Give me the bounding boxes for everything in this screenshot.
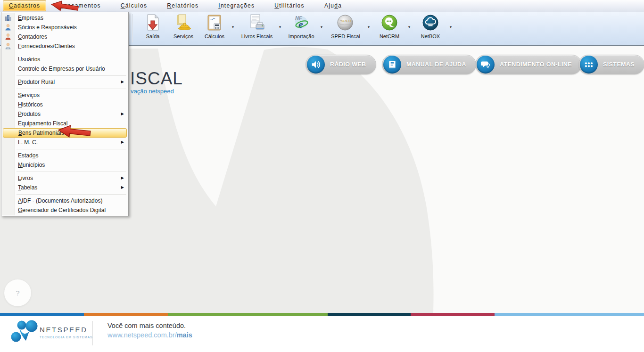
menu-item-controle-de-empresas-por-usuario[interactable]: Controle de Empresas por Usuário [2,64,128,74]
menu-item-label: Produtos [18,111,41,117]
book-icon [383,56,401,74]
menu-item-servicos[interactable]: Serviços [2,90,128,100]
menubar-item-calculos[interactable]: Cálculos [115,0,153,11]
menubar-item-relatorios[interactable]: Relatórios [161,0,205,11]
toolbar-dropdown-arrow-icon[interactable]: ▾ [277,12,283,45]
toolbar-button-servicos[interactable]: Serviços [168,12,199,45]
toolbar-button-label: Importação [288,33,314,39]
menubar-item-ajuda[interactable]: Ajuda [318,0,348,11]
cadastros-dropdown-menu: EmpresasSócios e ResponsáveisContadoresF… [1,12,129,216]
submenu-arrow-icon: ▶ [121,112,124,116]
toolbar-button-calculos[interactable]: Cálculos [199,12,230,45]
speaker-icon [307,56,325,74]
help-bubble-label: ? [16,289,19,297]
quick-button-label: RÁDIO WEB [330,61,366,68]
buildings-icon [4,14,12,22]
toolbar-button-saida[interactable]: Saída [138,12,168,45]
netcrm-chat-icon [380,13,399,33]
fiscal-logo-text: ISCAL [130,69,183,89]
stripe-segment-5 [411,313,495,316]
menu-separator [17,51,128,55]
menu-item-socios-e-responsaveis[interactable]: Sócios e Responsáveis [2,23,128,32]
toolbar-button-label: Serviços [173,33,193,39]
menu-item-tabelas[interactable]: Tabelas▶ [2,183,128,192]
menu-item-livros[interactable]: Livros▶ [2,173,128,183]
svg-text:SPED: SPED [341,19,351,23]
toolbar-button-label: Cálculos [205,33,224,39]
partner-person-icon [4,24,12,31]
menubar-item-utilitarios[interactable]: Utilitários [268,0,311,11]
menu-item-estados[interactable]: Estados [2,151,128,160]
toolbar-dropdown-arrow-icon[interactable]: ▾ [230,12,236,45]
toolbar-dropdown-arrow-icon[interactable]: ▾ [448,12,454,45]
toolbar-button-netbox[interactable]: NetBOX [413,12,448,45]
quick-button-label: ATENDIMENTO ON-LINE [500,61,572,68]
quick-button-atendimento-on-line[interactable]: ATENDIMENTO ON-LINE [475,55,582,74]
stripe-segment-6 [495,313,644,316]
menu-item-produtor-rural[interactable]: Produtor Rural▶ [2,77,128,87]
sped-sphere-icon: SPED [336,13,355,33]
netspeed-brand-name: NETSPEED [40,326,93,334]
menu-item-label: Gerenciador de Certificados Digital [18,207,106,213]
menu-item-municipios[interactable]: Municípios [2,160,128,170]
footer: NETSPEED TECNOLOGIA EM SISTEMAS Você com… [0,316,644,352]
quick-button-radio-web[interactable]: RÁDIO WEB [305,55,376,74]
menu-item-label: Sócios e Responsáveis [18,24,77,31]
toolbar-dropdown-arrow-icon[interactable]: ▾ [406,12,412,45]
toolbar-button-label: NetCRM [380,33,399,39]
menu-item-label: Municípios [18,162,45,168]
menu-item-usuarios[interactable]: Usuários [2,55,128,64]
menu-item-l-m-c[interactable]: L. M. C.▶ [2,138,128,147]
apps-grid-icon [580,56,598,74]
toolbar-dropdown-arrow-icon[interactable]: ▾ [319,12,324,45]
menu-item-aidf-documentos-autorizados[interactable]: AIDF - (Documentos Autorizados) [2,196,128,205]
stripe-segment-2 [84,313,168,316]
menubar-item-cadastros[interactable]: Cadastros [3,0,46,11]
footer-link[interactable]: www.netspeed.com.br/mais [107,331,192,339]
menu-separator [17,192,128,196]
quick-button-manual-de-ajuda[interactable]: MANUAL DE AJUDA [382,55,476,74]
stripe-segment-3 [168,313,328,316]
toolbar-dropdown-arrow-icon[interactable]: ▾ [366,12,372,45]
fiscal-books-printer-icon [248,13,266,33]
menu-item-fornecedores-clientes[interactable]: Fornecedores/Clientes [2,41,128,51]
footer-divider [92,321,93,345]
chat-icon [477,56,495,74]
menu-item-label: Contadores [18,33,47,40]
quick-button-label: SISTEMAS [603,61,635,68]
menu-item-empresas[interactable]: Empresas [2,13,128,23]
toolbar-button-label: SPED Fiscal [331,33,360,39]
menu-item-label: Fornecedores/Clientes [18,43,75,49]
menu-item-historicos[interactable]: Históricos [2,100,128,109]
fiscal-logo-tagline: vação netspeed [131,88,174,95]
quick-button-sistemas[interactable]: SISTEMAS [578,55,644,74]
toolbar-button-livros-fiscais[interactable]: Livros Fiscais [237,12,277,45]
menu-item-label: Controle de Empresas por Usuário [18,65,105,72]
toolbar-button-label: NetBOX [421,33,440,39]
services-hardhat-icon [174,13,193,33]
toolbar-button-sped-fiscal[interactable]: SPEDSPED Fiscal [325,12,366,45]
menu-item-gerenciador-de-certificados-digital[interactable]: Gerenciador de Certificados Digital [2,205,128,215]
exit-document-icon [143,13,162,33]
menubar: CadastrosLançamentosCálculosRelatóriosIn… [0,0,644,12]
submenu-arrow-icon: ▶ [121,140,124,144]
help-bubble-button[interactable]: ? [4,279,31,306]
menu-item-produtos[interactable]: Produtos▶ [2,109,128,119]
netbox-cloud-icon [421,13,440,33]
menu-separator [17,74,128,77]
menu-item-contadores[interactable]: Contadores [2,32,128,41]
menu-separator [17,147,128,151]
menu-item-label: L. M. C. [18,139,38,146]
supplier-person-icon [4,42,12,50]
footer-headline: Você com mais conteúdo. [107,322,192,329]
toolbar-button-importacao[interactable]: NFeImportação [284,12,319,45]
footer-color-stripe [0,313,644,316]
submenu-arrow-icon: ▶ [121,80,124,84]
menu-separator [17,87,128,90]
menubar-item-integracoes[interactable]: Integrações [212,0,261,11]
stripe-segment-4 [328,313,411,316]
toolbar-button-netcrm[interactable]: NetCRM [372,12,406,45]
menu-separator [17,170,128,173]
menu-item-label: Usuários [18,56,40,63]
toolbar-button-label: Saída [146,33,160,39]
